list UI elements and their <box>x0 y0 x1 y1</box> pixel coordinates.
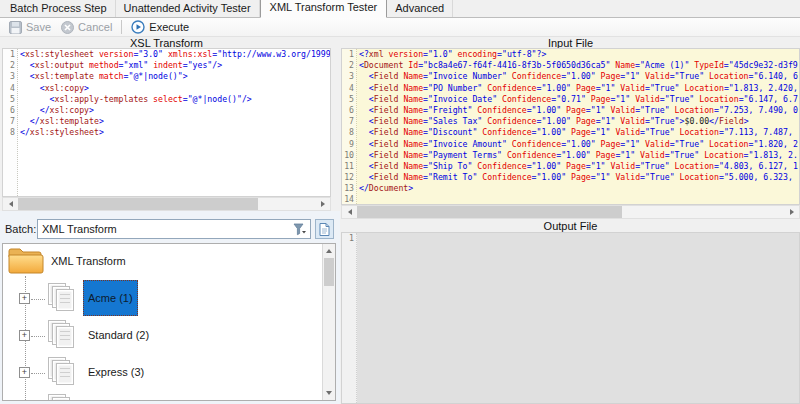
tree-vscroll-thumb[interactable] <box>324 258 334 286</box>
xsl-hscroll-thumb[interactable] <box>18 198 258 210</box>
folder-icon <box>7 246 45 276</box>
input-hscroll-thumb[interactable] <box>357 206 622 218</box>
xsl-editor-code[interactable]: <xsl:stylesheet version="3.0" xmlns:xsl=… <box>20 49 330 196</box>
xml-transform-tester-window: Batch Process StepUnattended Activity Te… <box>0 0 800 404</box>
output-file-panel-title: Output File <box>341 221 800 232</box>
output-file-editor[interactable]: 1 <box>341 232 800 404</box>
output-editor-code <box>359 233 799 403</box>
tree-item-express-3[interactable]: +Express (3) <box>3 356 303 393</box>
toolbar: Save Cancel Execute <box>0 18 800 37</box>
documents-icon-partial <box>47 393 79 401</box>
expand-plus-icon[interactable]: + <box>19 367 30 378</box>
input-file-editor[interactable]: 1234567891011121314 <?xml version="1.0" … <box>341 48 800 205</box>
documents-stack-icon <box>47 282 79 314</box>
tree-root[interactable]: XML Transform <box>7 246 126 276</box>
input-editor-line-numbers: 1234567891011121314 <box>342 49 357 204</box>
expand-plus-icon[interactable]: + <box>19 293 30 304</box>
input-editor-code[interactable]: <?xml version="1.0" encoding="utf-8"?><D… <box>359 49 799 204</box>
batch-combobox[interactable]: XML Transform <box>37 219 311 239</box>
scroll-down-icon[interactable] <box>323 387 335 400</box>
cancel-icon <box>61 21 74 34</box>
view-document-xml-button[interactable] <box>315 219 334 239</box>
tab-xml-transform-tester[interactable]: XML Transform Tester <box>260 0 388 18</box>
tree-item-acme-1[interactable]: +Acme (1) <box>3 282 303 319</box>
tree-connector <box>31 299 45 300</box>
xsl-editor-line-numbers: 12345678 <box>3 49 18 196</box>
execute-label: Execute <box>149 21 189 33</box>
execute-play-icon <box>131 20 145 34</box>
execute-button[interactable]: Execute <box>126 19 194 35</box>
cancel-button[interactable]: Cancel <box>56 20 117 35</box>
save-label: Save <box>26 21 51 33</box>
tab-batch-process-step[interactable]: Batch Process Step <box>2 0 116 17</box>
scroll-up-icon[interactable] <box>323 244 335 257</box>
scroll-left-icon[interactable] <box>342 206 356 218</box>
save-icon <box>9 21 22 34</box>
filter-icon[interactable] <box>293 223 307 236</box>
document-icon <box>319 223 330 236</box>
batch-combobox-value: XML Transform <box>42 223 117 235</box>
scroll-right-icon[interactable] <box>316 198 330 210</box>
tree-item-label[interactable]: Express (3) <box>83 354 149 390</box>
tab-unattended-activity-tester[interactable]: Unattended Activity Tester <box>116 0 260 17</box>
tree-connector <box>31 336 45 337</box>
toolbar-separator <box>121 20 122 34</box>
documents-stack-icon <box>47 319 79 351</box>
tree-vscrollbar[interactable] <box>322 244 335 400</box>
xsl-editor-hscrollbar[interactable] <box>2 197 331 211</box>
tree-connector <box>31 373 45 374</box>
expand-plus-icon[interactable]: + <box>19 330 30 341</box>
tab-advanced[interactable]: Advanced <box>387 0 453 17</box>
tab-bar: Batch Process StepUnattended Activity Te… <box>0 0 800 18</box>
output-editor-line-numbers: 1 <box>342 233 357 403</box>
tree-item-standard-2[interactable]: +Standard (2) <box>3 319 303 356</box>
tree-root-label: XML Transform <box>51 255 126 267</box>
tree-item-label[interactable]: Standard (2) <box>83 317 154 353</box>
scroll-left-icon[interactable] <box>3 198 17 210</box>
scroll-right-icon[interactable] <box>785 206 799 218</box>
batch-document-tree: XML Transform +Acme (1)+Standard (2)+Exp… <box>2 243 336 401</box>
input-editor-hscrollbar[interactable] <box>341 205 800 219</box>
tree-item-label[interactable]: Acme (1) <box>83 280 138 316</box>
documents-stack-icon <box>47 356 79 388</box>
batch-label: Batch: <box>5 223 36 235</box>
cancel-label: Cancel <box>78 21 112 33</box>
save-button[interactable]: Save <box>4 20 56 35</box>
xsl-transform-editor[interactable]: 12345678 <xsl:stylesheet version="3.0" x… <box>2 48 331 197</box>
